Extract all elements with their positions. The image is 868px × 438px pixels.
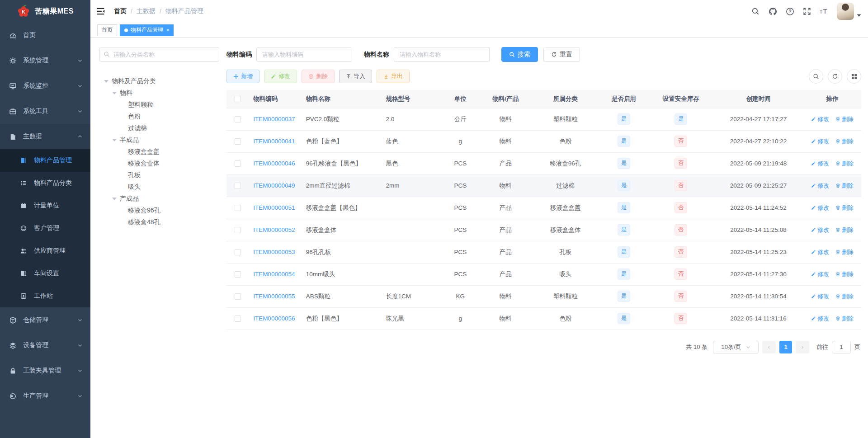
material-code-link[interactable]: ITEM00000041 xyxy=(253,138,295,145)
row-checkbox[interactable] xyxy=(235,138,241,145)
row-delete-link[interactable]: 删除 xyxy=(835,160,854,168)
user-menu[interactable] xyxy=(837,3,861,20)
help-icon[interactable]: ? xyxy=(785,7,794,16)
export-button[interactable]: 导出 xyxy=(377,70,410,83)
tree-node-leaf[interactable]: 吸头 xyxy=(99,181,219,193)
row-delete-link[interactable]: 删除 xyxy=(835,226,854,234)
row-edit-link[interactable]: 修改 xyxy=(811,315,829,323)
row-edit-link[interactable]: 修改 xyxy=(811,204,829,212)
table-row[interactable]: ITEM00000041 色粉【蓝色】 蓝色 g 物料 色粉 是 否 2022-… xyxy=(226,130,861,152)
material-code-link[interactable]: ITEM00000055 xyxy=(253,293,295,300)
tree-node-leaf[interactable]: 移液盒96孔 xyxy=(99,205,219,217)
row-checkbox[interactable] xyxy=(235,293,241,300)
sidebar-item-workshop-settings[interactable]: 车间设置 xyxy=(0,262,90,285)
tree-node-material[interactable]: 物料 xyxy=(99,87,219,99)
tree-node-leaf[interactable]: 移液盒盒盖 xyxy=(99,146,219,158)
row-edit-link[interactable]: 修改 xyxy=(811,270,829,278)
columns-grid-button[interactable] xyxy=(847,69,861,84)
tree-node-finished[interactable]: 产成品 xyxy=(99,193,219,205)
material-code-link[interactable]: ITEM00000049 xyxy=(253,182,295,189)
material-name-input[interactable] xyxy=(394,47,490,62)
sidebar-item-master-data[interactable]: 主数据 xyxy=(0,124,90,149)
row-checkbox[interactable] xyxy=(235,271,241,278)
show-search-toggle-button[interactable] xyxy=(809,69,823,84)
sidebar-item-tooling-fixture-mgmt[interactable]: 工装夹具管理 xyxy=(0,358,90,383)
row-delete-link[interactable]: 删除 xyxy=(835,115,854,123)
material-code-link[interactable]: ITEM00000037 xyxy=(253,116,295,122)
sidebar-item-workstation[interactable]: 工作站 xyxy=(0,285,90,307)
tree-node-root[interactable]: 物料及产品分类 xyxy=(99,75,219,87)
page-number-1[interactable]: 1 xyxy=(779,341,792,353)
row-checkbox[interactable] xyxy=(235,160,241,167)
breadcrumb-home[interactable]: 首页 xyxy=(114,7,127,15)
material-code-link[interactable]: ITEM00000052 xyxy=(253,226,295,233)
row-checkbox[interactable] xyxy=(235,205,241,211)
refresh-table-button[interactable] xyxy=(828,69,842,84)
reset-button[interactable]: 重置 xyxy=(543,47,580,62)
row-delete-link[interactable]: 删除 xyxy=(835,270,854,278)
sidebar-item-production-mgmt[interactable]: 生产管理 xyxy=(0,383,90,409)
sidebar-item-supplier-mgmt[interactable]: 供应商管理 xyxy=(0,240,90,262)
table-row[interactable]: ITEM00000046 96孔移液盒【黑色】 黑色 PCS 产品 移液盒96孔… xyxy=(226,152,861,174)
import-button[interactable]: 导入 xyxy=(339,70,372,83)
tree-node-leaf[interactable]: 孔板 xyxy=(99,170,219,181)
tab-material-product-mgmt[interactable]: 物料产品管理 × xyxy=(120,24,174,36)
table-row[interactable]: ITEM00000052 移液盒盒体 PCS 产品 移液盒盒体 是 否 2022… xyxy=(226,219,861,241)
sidebar-item-material-product-mgmt[interactable]: 物料产品管理 xyxy=(0,149,90,172)
material-code-link[interactable]: ITEM00000056 xyxy=(253,315,295,322)
tree-node-leaf[interactable]: 塑料颗粒 xyxy=(99,99,219,111)
row-delete-link[interactable]: 删除 xyxy=(835,182,854,190)
row-edit-link[interactable]: 修改 xyxy=(811,248,829,256)
row-edit-link[interactable]: 修改 xyxy=(811,182,829,190)
header-search-icon[interactable] xyxy=(751,7,760,16)
caret-down-icon[interactable] xyxy=(104,80,108,83)
tree-node-leaf[interactable]: 移液盒盒体 xyxy=(99,158,219,170)
sidebar-item-material-product-category[interactable]: 物料产品分类 xyxy=(0,172,90,194)
row-edit-link[interactable]: 修改 xyxy=(811,115,829,123)
tree-node-semi-finished[interactable]: 半成品 xyxy=(99,134,219,146)
sidebar-item-system-monitor[interactable]: 系统监控 xyxy=(0,73,90,99)
table-row[interactable]: ITEM00000053 96孔孔板 PCS 产品 孔板 是 否 2022-05… xyxy=(226,241,861,263)
breadcrumb-master-data[interactable]: 主数据 xyxy=(137,7,156,15)
caret-down-icon[interactable] xyxy=(112,139,117,141)
sidebar-item-system-tools[interactable]: 系统工具 xyxy=(0,99,90,124)
row-checkbox[interactable] xyxy=(235,316,241,322)
material-code-link[interactable]: ITEM00000046 xyxy=(253,160,295,167)
search-button[interactable]: 搜索 xyxy=(501,47,538,62)
row-edit-link[interactable]: 修改 xyxy=(811,292,829,301)
table-row[interactable]: ITEM00000051 移液盒盒盖【黑色】 PCS 产品 移液盒盒盖 是 否 … xyxy=(226,197,861,219)
next-page-button[interactable]: › xyxy=(796,341,809,353)
row-delete-link[interactable]: 删除 xyxy=(835,137,854,146)
category-search-input[interactable] xyxy=(99,47,219,62)
font-size-icon[interactable]: TT xyxy=(820,7,829,16)
table-row[interactable]: ITEM00000056 色粉【黑色】 珠光黑 g 物料 色粉 是 否 2022… xyxy=(226,307,861,330)
select-all-checkbox[interactable] xyxy=(235,96,241,102)
row-checkbox[interactable] xyxy=(235,227,241,233)
add-button[interactable]: 新增 xyxy=(226,70,259,83)
row-edit-link[interactable]: 修改 xyxy=(811,160,829,168)
edit-button[interactable]: 修改 xyxy=(264,70,297,83)
material-code-link[interactable]: ITEM00000053 xyxy=(253,249,295,255)
tab-home[interactable]: 首页 xyxy=(97,24,117,36)
row-delete-link[interactable]: 删除 xyxy=(835,292,854,301)
row-edit-link[interactable]: 修改 xyxy=(811,226,829,234)
sidebar-item-measure-unit[interactable]: 计量单位 xyxy=(0,194,90,217)
sidebar-item-equipment-mgmt[interactable]: 设备管理 xyxy=(0,333,90,358)
tree-node-leaf[interactable]: 色粉 xyxy=(99,111,219,122)
row-checkbox[interactable] xyxy=(235,116,241,122)
tree-node-leaf[interactable]: 移液盒48孔 xyxy=(99,217,219,228)
table-row[interactable]: ITEM00000049 2mm直径过滤棉 2mm PCS 物料 过滤棉 是 否… xyxy=(226,174,861,197)
table-row[interactable]: ITEM00000037 PVC2.0颗粒 2.0 公斤 物料 塑料颗粒 是 是… xyxy=(226,108,861,130)
avatar[interactable] xyxy=(837,3,854,20)
goto-page-input[interactable] xyxy=(832,341,851,353)
sidebar-item-warehouse-mgmt[interactable]: 仓储管理 xyxy=(0,307,90,333)
hamburger-icon[interactable] xyxy=(96,6,106,16)
sidebar-item-customer-mgmt[interactable]: 客户管理 xyxy=(0,217,90,240)
prev-page-button[interactable]: ‹ xyxy=(762,341,776,353)
row-delete-link[interactable]: 删除 xyxy=(835,248,854,256)
row-delete-link[interactable]: 删除 xyxy=(835,315,854,323)
sidebar-item-home[interactable]: 首页 xyxy=(0,23,90,48)
material-code-link[interactable]: ITEM00000051 xyxy=(253,204,295,211)
sidebar-item-system-mgmt[interactable]: 系统管理 xyxy=(0,48,90,73)
delete-button[interactable]: 删除 xyxy=(302,70,335,83)
